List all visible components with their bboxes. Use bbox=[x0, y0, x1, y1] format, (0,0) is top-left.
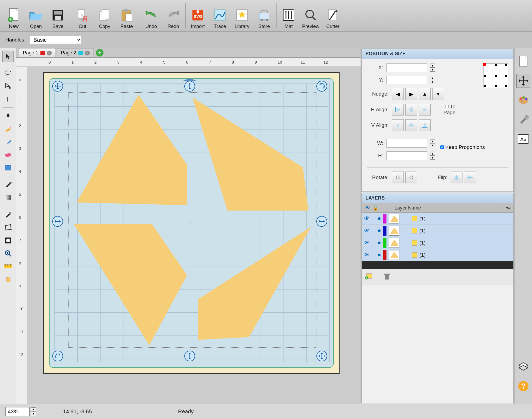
cut-button[interactable]: Cut bbox=[71, 1, 94, 30]
canvas[interactable] bbox=[27, 67, 361, 404]
mat-button[interactable]: Mat bbox=[278, 1, 300, 30]
lasso-tool[interactable] bbox=[2, 68, 14, 79]
layer-name[interactable]: (1) bbox=[419, 216, 426, 222]
layer-menu-icon[interactable]: ▾≡ bbox=[506, 206, 510, 210]
delete-layer-button[interactable] bbox=[384, 273, 390, 281]
y-spin-up[interactable]: ▲ bbox=[430, 76, 435, 80]
store-button[interactable]: Store bbox=[253, 1, 275, 30]
layer-name[interactable]: (1) bbox=[419, 252, 426, 258]
y-spin-down[interactable]: ▼ bbox=[430, 80, 435, 84]
eye-icon[interactable]: 👁 bbox=[364, 252, 370, 259]
nudge-down-button[interactable]: ▼ bbox=[432, 88, 444, 100]
halign-right-button[interactable] bbox=[419, 104, 431, 116]
anchor-selector[interactable] bbox=[483, 63, 508, 88]
select-tool[interactable] bbox=[2, 51, 14, 62]
to-page-checkbox[interactable] bbox=[445, 105, 449, 108]
knife-tool[interactable] bbox=[2, 209, 14, 220]
settings-tab-icon[interactable] bbox=[516, 113, 530, 127]
cutter-button[interactable]: Cutter bbox=[322, 1, 344, 30]
note-icon[interactable] bbox=[412, 240, 417, 246]
eye-icon[interactable]: 👁 bbox=[364, 227, 370, 234]
w-input[interactable] bbox=[386, 139, 427, 148]
handle-nw[interactable] bbox=[52, 81, 63, 92]
close-tab-icon[interactable]: × bbox=[85, 51, 90, 55]
rotate-cw-button[interactable] bbox=[405, 172, 417, 183]
zoom-tool[interactable] bbox=[2, 248, 14, 259]
layer-color[interactable] bbox=[383, 226, 386, 236]
note-icon[interactable] bbox=[412, 216, 417, 221]
halign-center-button[interactable] bbox=[405, 104, 417, 116]
color-tab-icon[interactable] bbox=[516, 93, 530, 107]
eye-icon[interactable]: 👁 bbox=[364, 239, 370, 246]
hand-tool[interactable] bbox=[2, 274, 14, 285]
valign-top-button[interactable] bbox=[392, 119, 404, 131]
layer-row[interactable]: 👁(1) bbox=[362, 249, 513, 261]
distort-tool[interactable] bbox=[2, 222, 14, 233]
x-spin-down[interactable]: ▼ bbox=[430, 68, 435, 72]
eye-icon[interactable]: 👁 bbox=[364, 215, 370, 222]
nudge-right-button[interactable]: ▶ bbox=[405, 88, 417, 100]
zoom-up[interactable]: ▲ bbox=[31, 407, 36, 412]
rotate-ccw-button[interactable] bbox=[392, 172, 404, 183]
ruler-tool[interactable] bbox=[2, 261, 14, 272]
nudge-left-button[interactable]: ◀ bbox=[392, 88, 404, 100]
preview-button[interactable]: Preview bbox=[300, 1, 322, 30]
move-tab-icon[interactable] bbox=[516, 74, 530, 88]
trace-button[interactable]: Trace bbox=[209, 1, 231, 30]
handle-ne[interactable] bbox=[316, 81, 327, 92]
save-button[interactable]: Save bbox=[47, 1, 69, 30]
new-button[interactable]: +New bbox=[3, 1, 25, 30]
page-tab-1[interactable]: Page 1× bbox=[19, 48, 56, 57]
panel-header[interactable]: LAYERS bbox=[362, 193, 513, 203]
layer-color[interactable] bbox=[383, 214, 386, 224]
zoom-input[interactable]: 43% bbox=[5, 407, 30, 416]
help-tab-icon[interactable]: ? bbox=[516, 379, 530, 393]
horizontal-ruler[interactable]: 0123456789101112 bbox=[27, 58, 361, 67]
layer-color[interactable] bbox=[383, 250, 386, 260]
x-spin-up[interactable]: ▲ bbox=[430, 64, 435, 68]
layers-tab-icon[interactable] bbox=[516, 360, 530, 374]
document-tab-icon[interactable] bbox=[516, 54, 530, 68]
handle-w[interactable] bbox=[52, 216, 63, 227]
brush-tool[interactable] bbox=[2, 136, 14, 148]
shape-tool[interactable] bbox=[2, 162, 14, 173]
eyedropper-tool[interactable] bbox=[2, 179, 14, 190]
import-button[interactable]: SVGImport bbox=[187, 1, 209, 30]
h-input[interactable] bbox=[386, 151, 427, 160]
add-page-button[interactable]: + bbox=[96, 49, 103, 57]
open-button[interactable]: Open bbox=[25, 1, 47, 30]
close-tab-icon[interactable]: × bbox=[47, 51, 52, 55]
layer-name[interactable]: (1) bbox=[419, 240, 426, 246]
library-button[interactable]: Library bbox=[231, 1, 253, 30]
layer-color[interactable] bbox=[383, 238, 386, 248]
handle-e[interactable] bbox=[316, 216, 327, 227]
zoom-down[interactable]: ▼ bbox=[31, 412, 36, 416]
copy-button[interactable]: Copy bbox=[94, 1, 116, 30]
layer-name[interactable]: (1) bbox=[419, 228, 426, 234]
pen-tool[interactable] bbox=[2, 110, 14, 122]
note-icon[interactable] bbox=[412, 228, 417, 233]
handle-sw[interactable] bbox=[52, 351, 63, 361]
flip-h-button[interactable] bbox=[451, 172, 462, 183]
layer-row[interactable]: 👁(1) bbox=[362, 213, 513, 225]
stencil-tool[interactable] bbox=[2, 235, 14, 246]
valign-middle-button[interactable] bbox=[405, 119, 417, 131]
handles-select[interactable]: Basic bbox=[30, 36, 81, 44]
layer-row[interactable]: 👁(1) bbox=[362, 225, 513, 237]
nudge-up-button[interactable]: ▲ bbox=[419, 88, 431, 100]
handle-se[interactable] bbox=[316, 351, 327, 361]
text-tool[interactable]: T bbox=[2, 93, 14, 105]
text-tab-icon[interactable]: AA bbox=[516, 132, 530, 146]
x-input[interactable] bbox=[386, 63, 427, 72]
layer-row[interactable]: 👁(1) bbox=[362, 237, 513, 249]
halign-left-button[interactable] bbox=[392, 104, 404, 116]
gradient-tool[interactable] bbox=[2, 192, 14, 203]
undo-button[interactable]: Undo bbox=[140, 1, 162, 30]
valign-bottom-button[interactable] bbox=[419, 119, 431, 131]
pencil-tool[interactable] bbox=[2, 123, 14, 135]
paste-button[interactable]: Paste bbox=[116, 1, 138, 30]
redo-button[interactable]: Redo bbox=[162, 1, 184, 30]
note-icon[interactable] bbox=[412, 252, 417, 258]
vertical-ruler[interactable]: 0123456789101112 bbox=[16, 67, 27, 404]
page-tab-2[interactable]: Page 2× bbox=[57, 48, 94, 57]
